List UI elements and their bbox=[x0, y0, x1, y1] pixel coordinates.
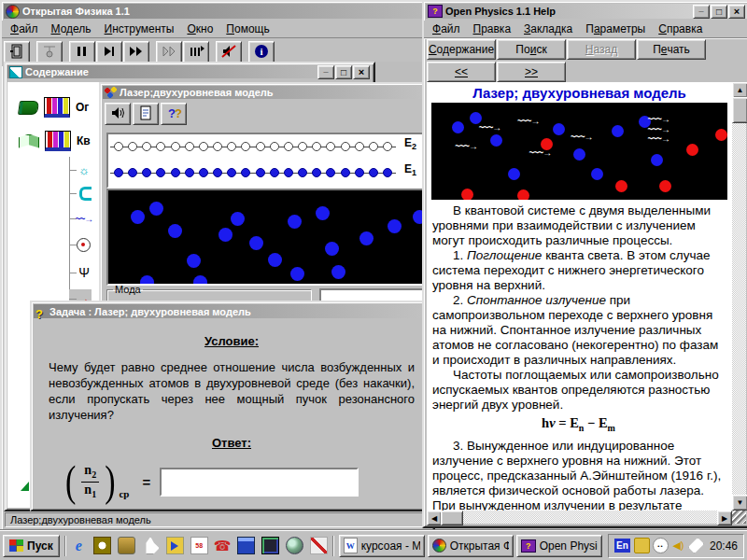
main-titlebar[interactable]: Открытая Физика 1.1 bbox=[4, 4, 431, 19]
pause-icon bbox=[73, 44, 92, 62]
maximize-button[interactable] bbox=[711, 5, 727, 19]
main-menu-window[interactable]: Окно bbox=[180, 21, 219, 36]
atom-ground-circle bbox=[156, 168, 165, 177]
help-menu-bookmark[interactable]: Закладка bbox=[517, 21, 579, 36]
double-arrow-button[interactable] bbox=[156, 41, 182, 64]
tree-child-item[interactable] bbox=[69, 209, 92, 228]
atom-ground-circle bbox=[114, 168, 123, 177]
help-buttonrow-2: <<>> bbox=[424, 61, 747, 83]
help-menubar: ФайлПравкаЗакладкаПараметрыСправка bbox=[424, 21, 747, 38]
exit-door-button[interactable] bbox=[4, 41, 30, 64]
blue-atom-dot bbox=[490, 134, 502, 147]
resize-grip[interactable] bbox=[732, 511, 746, 524]
task-button[interactable]: Открытая Ф... bbox=[428, 535, 514, 557]
globe-icon[interactable] bbox=[286, 537, 303, 554]
molecule-icon bbox=[105, 87, 117, 98]
sound-scheme-icon[interactable] bbox=[634, 538, 650, 553]
scroll-up-button[interactable] bbox=[732, 82, 747, 98]
tree-item-toc[interactable]: Ог bbox=[19, 97, 89, 118]
energy-level-panel: E2 E1 bbox=[106, 133, 424, 189]
dialer-icon[interactable] bbox=[190, 537, 208, 554]
tree-child-item[interactable] bbox=[69, 263, 92, 282]
notes-button[interactable] bbox=[133, 103, 159, 125]
info-button[interactable]: i bbox=[248, 41, 275, 64]
face-icon[interactable] bbox=[653, 538, 669, 553]
exit-door-icon bbox=[7, 44, 26, 62]
main-menu-tools[interactable]: Инструменты bbox=[98, 21, 181, 36]
language-indicator[interactable]: En bbox=[614, 539, 630, 553]
main-window: Открытая Физика 1.1 ФайлМодельИнструмент… bbox=[0, 0, 435, 534]
close-button[interactable] bbox=[728, 5, 745, 19]
help-menu-edit[interactable]: Правка bbox=[467, 21, 518, 36]
media-icon[interactable] bbox=[118, 537, 135, 554]
scroll-left-button[interactable] bbox=[427, 511, 442, 525]
plot-button[interactable] bbox=[36, 41, 63, 64]
help-paragraph: В квантовой системе с двумя выделенными … bbox=[432, 203, 725, 248]
help-button-contents[interactable]: Содержание bbox=[427, 39, 496, 60]
tree-child-item[interactable] bbox=[69, 161, 92, 179]
task-body: Условие: Чему будет равно среднее отноше… bbox=[34, 321, 430, 508]
hand-pen-icon[interactable] bbox=[142, 537, 160, 554]
help-titlebar[interactable]: Open Physics 1.1 Help bbox=[426, 4, 747, 19]
display-icon[interactable] bbox=[261, 537, 279, 554]
contents-titlebar[interactable]: Содержание bbox=[7, 65, 372, 78]
main-window-title: Открытая Физика 1.1 bbox=[22, 6, 430, 17]
blue-atom-dot bbox=[612, 125, 624, 137]
blue-atom-dot bbox=[131, 210, 145, 224]
help-button-prev[interactable]: << bbox=[427, 62, 496, 82]
help-button-print[interactable]: Печать bbox=[637, 39, 706, 60]
contents-window-title: Содержание bbox=[25, 66, 315, 77]
answer-input[interactable] bbox=[160, 468, 359, 497]
stylus-icon[interactable] bbox=[688, 538, 704, 553]
blue-atom-dot bbox=[316, 206, 330, 220]
maximize-button[interactable] bbox=[335, 65, 352, 79]
blue-atom-dot bbox=[231, 212, 245, 226]
vertical-scroll-thumb[interactable] bbox=[732, 97, 747, 123]
window-icon[interactable] bbox=[237, 537, 255, 554]
tree-child-item[interactable] bbox=[69, 184, 92, 203]
photon-wave-icon: ~~~→ bbox=[479, 122, 501, 133]
mute-speaker-button[interactable] bbox=[216, 41, 242, 64]
help-button-search[interactable]: Поиск bbox=[497, 39, 566, 60]
step-forward-button[interactable] bbox=[96, 41, 122, 64]
bookshelf-icon bbox=[45, 131, 71, 151]
average-subscript: ср bbox=[119, 488, 129, 499]
help-button-next[interactable]: >> bbox=[497, 62, 566, 82]
fast-forward-button[interactable] bbox=[123, 41, 149, 64]
task-button[interactable]: курсоая - Mi... bbox=[339, 535, 425, 557]
volume-icon[interactable] bbox=[671, 539, 685, 553]
pause-button[interactable] bbox=[69, 41, 95, 64]
scroll-down-button[interactable] bbox=[732, 495, 747, 511]
close-button[interactable] bbox=[353, 65, 370, 79]
main-menu-help[interactable]: Помощь bbox=[219, 21, 275, 36]
minimize-button[interactable] bbox=[693, 5, 710, 19]
help-menu-file[interactable]: Файл bbox=[426, 21, 467, 36]
blue-atom-dot bbox=[325, 242, 339, 256]
task-titlebar[interactable]: Задача : Лазер; двухуровневая модель bbox=[34, 304, 430, 318]
atom-excited-circle bbox=[156, 142, 165, 151]
tree-item-quantum[interactable]: Кв bbox=[19, 131, 91, 151]
draw-icon[interactable] bbox=[310, 537, 328, 554]
scheduler-icon[interactable] bbox=[93, 537, 111, 554]
help-menu-options[interactable]: Параметры bbox=[579, 21, 652, 36]
start-button[interactable]: Пуск bbox=[3, 535, 60, 557]
main-menu-file[interactable]: Файл bbox=[4, 21, 45, 36]
horizontal-scroll-thumb[interactable] bbox=[441, 511, 463, 525]
minimize-button[interactable] bbox=[317, 65, 334, 79]
tree-stub-line bbox=[69, 245, 77, 245]
atom-excited-circle bbox=[298, 142, 307, 151]
scroll-right-button[interactable] bbox=[717, 511, 732, 525]
blue-atom-dot bbox=[508, 168, 520, 180]
bars-step-button[interactable] bbox=[183, 41, 209, 64]
tree-child-item[interactable] bbox=[69, 235, 91, 254]
play-icon[interactable] bbox=[166, 537, 184, 554]
main-menu-model[interactable]: Модель bbox=[45, 21, 98, 36]
double-question-button[interactable]: ?? bbox=[161, 103, 187, 125]
phone-icon[interactable] bbox=[215, 538, 231, 553]
speaker-button[interactable] bbox=[105, 103, 131, 125]
help-menu-help[interactable]: Справка bbox=[652, 21, 709, 36]
atom-excited-circle bbox=[199, 142, 208, 151]
task-button[interactable]: Open Physics... bbox=[516, 535, 602, 557]
laser-titlebar[interactable]: Лазер;двухуровневая модель bbox=[103, 86, 428, 99]
ie-icon[interactable] bbox=[71, 538, 87, 553]
